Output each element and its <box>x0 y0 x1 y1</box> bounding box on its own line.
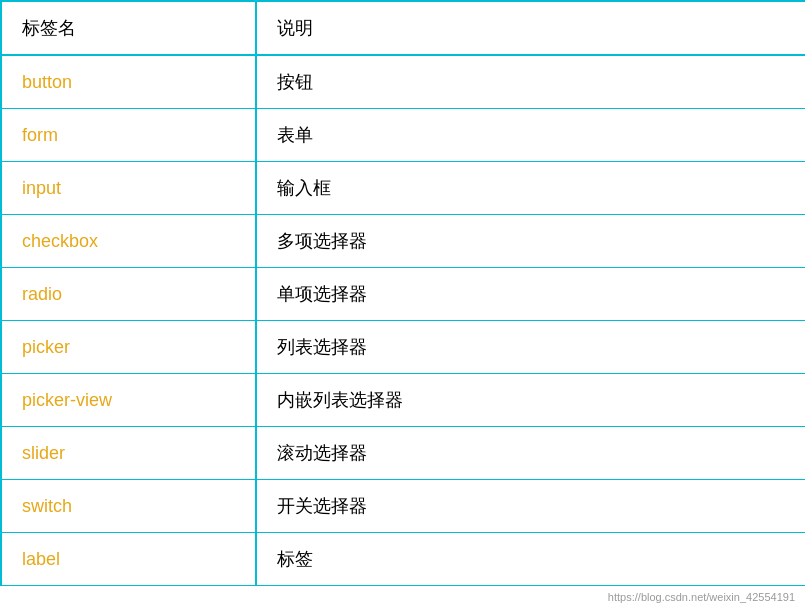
table-row: form表单 <box>2 109 805 162</box>
col-tag-radio: radio <box>2 268 257 320</box>
col-tag-label: label <box>2 533 257 585</box>
table-header-row: 标签名 说明 <box>2 2 805 56</box>
link-slider[interactable]: slider <box>22 443 65 464</box>
col-tag-checkbox: checkbox <box>2 215 257 267</box>
desc-text-switch: 开关选择器 <box>277 494 367 518</box>
col-desc-picker: 列表选择器 <box>257 321 805 373</box>
link-picker-view[interactable]: picker-view <box>22 390 112 411</box>
desc-text-label: 标签 <box>277 547 313 571</box>
col-tag-picker-view: picker-view <box>2 374 257 426</box>
col-desc-radio: 单项选择器 <box>257 268 805 320</box>
col-desc-switch: 开关选择器 <box>257 480 805 532</box>
header-tag-col: 标签名 <box>2 2 257 54</box>
watermark: https://blog.csdn.net/weixin_42554191 <box>608 591 795 603</box>
link-picker[interactable]: picker <box>22 337 70 358</box>
link-form[interactable]: form <box>22 125 58 146</box>
desc-text-picker-view: 内嵌列表选择器 <box>277 388 403 412</box>
table-row: slider滚动选择器 <box>2 427 805 480</box>
table-row: label标签 <box>2 533 805 586</box>
col-tag-form: form <box>2 109 257 161</box>
table-row: checkbox多项选择器 <box>2 215 805 268</box>
col-desc-input: 输入框 <box>257 162 805 214</box>
col-desc-picker-view: 内嵌列表选择器 <box>257 374 805 426</box>
desc-text-radio: 单项选择器 <box>277 282 367 306</box>
col-desc-form: 表单 <box>257 109 805 161</box>
desc-text-input: 输入框 <box>277 176 331 200</box>
link-button[interactable]: button <box>22 72 72 93</box>
col-tag-picker: picker <box>2 321 257 373</box>
col-desc-button: 按钮 <box>257 56 805 108</box>
link-radio[interactable]: radio <box>22 284 62 305</box>
table-row: picker列表选择器 <box>2 321 805 374</box>
col-desc-slider: 滚动选择器 <box>257 427 805 479</box>
table-row: button按钮 <box>2 56 805 109</box>
col-tag-switch: switch <box>2 480 257 532</box>
col-desc-label: 标签 <box>257 533 805 585</box>
header-tag-label: 标签名 <box>22 16 76 40</box>
desc-text-form: 表单 <box>277 123 313 147</box>
col-tag-button: button <box>2 56 257 108</box>
desc-text-slider: 滚动选择器 <box>277 441 367 465</box>
col-desc-checkbox: 多项选择器 <box>257 215 805 267</box>
main-table: 标签名 说明 button按钮form表单input输入框checkbox多项选… <box>0 0 805 586</box>
col-tag-input: input <box>2 162 257 214</box>
table-row: picker-view内嵌列表选择器 <box>2 374 805 427</box>
table-row: radio单项选择器 <box>2 268 805 321</box>
link-switch[interactable]: switch <box>22 496 72 517</box>
link-input[interactable]: input <box>22 178 61 199</box>
desc-text-checkbox: 多项选择器 <box>277 229 367 253</box>
desc-text-picker: 列表选择器 <box>277 335 367 359</box>
link-checkbox[interactable]: checkbox <box>22 231 98 252</box>
col-tag-slider: slider <box>2 427 257 479</box>
table-row: input输入框 <box>2 162 805 215</box>
link-label[interactable]: label <box>22 549 60 570</box>
table-row: switch开关选择器 <box>2 480 805 533</box>
header-desc-col: 说明 <box>257 2 805 54</box>
desc-text-button: 按钮 <box>277 70 313 94</box>
header-desc-label: 说明 <box>277 16 313 40</box>
